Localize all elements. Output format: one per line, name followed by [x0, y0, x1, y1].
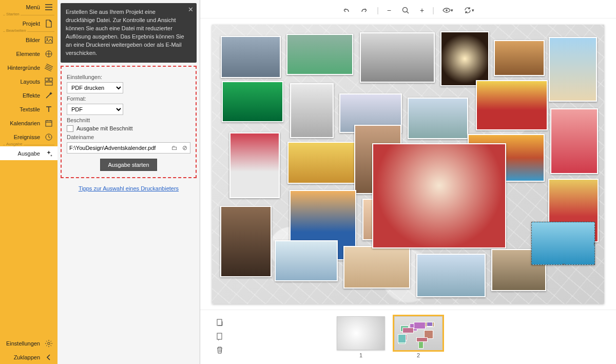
page-thumbnail[interactable]: 1	[337, 316, 385, 358]
undo-button[interactable]	[340, 5, 352, 15]
view-menu[interactable]: ▾	[440, 5, 455, 15]
add-page-button[interactable]	[216, 318, 224, 328]
sidebar-item-effekte[interactable]: Effekte	[0, 88, 57, 102]
svg-rect-4	[49, 78, 52, 81]
sidebar-item-bilder[interactable]: Bilder	[0, 33, 57, 47]
svg-point-10	[446, 9, 448, 11]
output-form: Einstellungen: PDF drucken Format: PDF B…	[61, 66, 197, 178]
svg-rect-12	[217, 333, 222, 339]
redo-button[interactable]	[358, 5, 371, 15]
pattern-icon	[44, 63, 53, 72]
svg-rect-11	[217, 319, 222, 325]
label-einstellungen: Einstellungen:	[67, 74, 190, 80]
dateiname-field: 🗀 ⊘	[67, 142, 190, 154]
delete-page-button[interactable]	[216, 346, 224, 356]
collage-photo[interactable]	[408, 98, 468, 139]
main-area: | − + | ▾ ▾ 12	[200, 0, 616, 364]
collage-photo[interactable]	[372, 143, 506, 248]
collage-photo[interactable]	[360, 32, 435, 83]
label-beschnitt: Beschnitt	[67, 117, 190, 123]
collage-photo[interactable]	[494, 40, 545, 76]
svg-point-1	[47, 38, 48, 40]
close-icon[interactable]: ✕	[188, 5, 194, 15]
sidebar-item-elemente[interactable]: Elemente	[0, 47, 57, 61]
ausgabe-starten-button[interactable]: Ausgabe starten	[100, 159, 157, 171]
hamburger-icon	[44, 3, 53, 12]
collage-photo[interactable]	[222, 81, 283, 122]
collage-photo[interactable]	[220, 206, 272, 277]
collage-photo[interactable]	[275, 240, 338, 281]
collage-photo[interactable]	[549, 37, 597, 102]
sidebar-item-hintergruende[interactable]: Hintergründe	[0, 61, 57, 74]
collage-photo[interactable]	[229, 132, 280, 198]
text-icon	[44, 105, 53, 114]
collage-photo[interactable]	[286, 34, 353, 75]
svg-rect-6	[46, 121, 52, 126]
collage-photo[interactable]	[440, 31, 489, 86]
shapes-icon	[44, 49, 53, 59]
collage-photo[interactable]	[290, 83, 334, 138]
duplicate-page-button[interactable]	[216, 332, 224, 342]
format-select[interactable]: PDF	[67, 104, 123, 115]
label-dateiname: Dateiname	[67, 134, 190, 140]
loop-menu[interactable]: ▾	[461, 5, 476, 15]
chevron-left-icon	[44, 353, 53, 362]
wand-icon	[44, 91, 53, 100]
collage-photo[interactable]	[287, 142, 356, 184]
info-box: ✕ Erstellen Sie aus Ihrem Projekt eine d…	[61, 3, 197, 63]
info-text: Erstellen Sie aus Ihrem Projekt eine dru…	[66, 9, 184, 56]
page-thumbnails: 12	[337, 316, 442, 358]
collage-photo[interactable]	[416, 254, 486, 297]
einstellungen-select[interactable]: PDF drucken	[67, 82, 123, 93]
sidebar-item-einstellungen[interactable]: Einstellungen	[0, 336, 57, 350]
canvas-toolbar: | − + | ▾ ▾	[200, 2, 616, 18]
clock-icon	[44, 132, 53, 142]
label-format: Format:	[67, 95, 190, 102]
sidebar-item-textstile[interactable]: Textstile	[0, 102, 57, 116]
zoom-in-button[interactable]: +	[418, 5, 426, 15]
collage-photo[interactable]	[476, 80, 548, 130]
collage-photo[interactable]	[221, 36, 281, 78]
sidebar-item-layouts[interactable]: Layouts	[0, 74, 57, 88]
beschnitt-checkbox[interactable]: Ausgabe mit Beschnitt	[67, 125, 190, 132]
svg-point-8	[48, 342, 50, 344]
sparkle-icon	[44, 149, 53, 158]
page-thumbnail[interactable]: 2	[394, 316, 442, 358]
page-footer: 12	[200, 310, 616, 364]
svg-rect-5	[45, 82, 52, 85]
document-icon	[44, 19, 53, 28]
thumbnail-label: 2	[417, 352, 420, 358]
zoom-fit-button[interactable]	[399, 5, 412, 15]
druckanbieter-link[interactable]: Tipps zur Auswahl eines Druckanbieters	[79, 185, 179, 191]
browse-folder-icon[interactable]: 🗀	[169, 144, 180, 151]
canvas[interactable]	[212, 25, 604, 304]
sidebar: Menü Starten Projekt Bearbeiten Bilder E…	[0, 0, 57, 364]
layout-icon	[44, 77, 53, 86]
collage-photo[interactable]	[550, 108, 598, 174]
output-panel: ✕ Erstellen Sie aus Ihrem Projekt eine d…	[57, 0, 200, 364]
collage-photo[interactable]	[343, 246, 410, 289]
sidebar-item-zuklappen[interactable]: Zuklappen	[0, 350, 57, 364]
checkbox-icon	[67, 125, 73, 132]
svg-rect-3	[45, 78, 48, 81]
thumbnail-label: 1	[359, 352, 362, 358]
sidebar-item-ausgabe[interactable]: Ausgabe	[0, 146, 57, 160]
gear-icon	[44, 339, 53, 348]
dateiname-input[interactable]	[67, 143, 169, 153]
sidebar-item-kalendarien[interactable]: Kalendarien	[0, 116, 57, 130]
calendar-icon	[44, 119, 53, 128]
zoom-out-button[interactable]: −	[385, 5, 393, 15]
svg-point-9	[403, 7, 408, 12]
image-icon	[44, 35, 53, 45]
collage-photo[interactable]	[531, 222, 595, 265]
clear-icon[interactable]: ⊘	[180, 144, 190, 151]
